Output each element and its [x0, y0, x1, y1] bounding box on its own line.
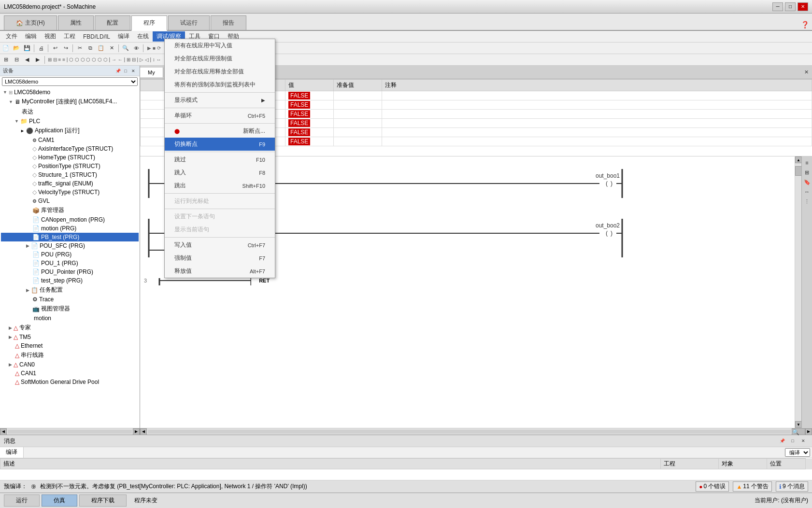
ctx-display-mode[interactable]: 显示模式 ▶ [165, 94, 275, 107]
tree-softmotion[interactable]: △ SoftMotion General Drive Pool [1, 378, 139, 386]
run-button[interactable]: 运行 [4, 494, 40, 507]
scroll-left-center[interactable]: ◀ [140, 428, 147, 435]
msgpanel-close[interactable]: ✕ [798, 437, 808, 445]
menu-file[interactable]: 文件 [2, 31, 21, 42]
tab-home[interactable]: 🏠 主页(H) [4, 15, 57, 30]
pin-btn[interactable]: 📌 [114, 68, 121, 74]
scroll-thumb[interactable] [795, 166, 802, 176]
tree-teststep[interactable]: 📄 test_step (PRG) [1, 276, 139, 285]
tree-trace[interactable]: ⚙ Trace [1, 295, 139, 304]
tree-lmc058demo[interactable]: ▼ ⊞ LMC058demo [1, 88, 139, 97]
float-btn[interactable]: □ [122, 68, 129, 74]
tb2-btn3[interactable]: ◀ [22, 56, 32, 64]
ctx-add-watch[interactable]: 将所有的强制添加到监视列表中 [165, 78, 275, 91]
tree-pou1[interactable]: 📄 POU_1 (PRG) [1, 259, 139, 268]
tab-report[interactable]: 报告 [211, 15, 246, 30]
print-btn[interactable]: 🖨 [36, 44, 46, 53]
tree-poupointer[interactable]: 📄 POU_Pointer (PRG) [1, 268, 139, 276]
tree-viewmanager[interactable]: 📺 视图管理器 [1, 304, 139, 314]
icon-bookmark[interactable]: 🔖 [803, 178, 812, 186]
tree-gvl[interactable]: ⚙ GVL [1, 197, 139, 205]
tree-libmanager[interactable]: 📦 库管理器 [1, 205, 139, 215]
tree-can0[interactable]: ▶ △ CAN0 [1, 360, 139, 369]
tree-application[interactable]: ► ⚫ Application [运行] [1, 126, 139, 136]
tab-config[interactable]: 配置 [95, 15, 130, 30]
msgpanel-pin[interactable]: 📌 [777, 437, 787, 445]
open-btn[interactable]: 📂 [12, 44, 21, 53]
tree-motion[interactable]: 📄 motion (PRG) [1, 224, 139, 233]
center-tab-my[interactable]: My [140, 68, 163, 77]
ctx-new-breakpoint[interactable]: ⬤ 新断点... [165, 125, 275, 138]
tab-properties[interactable]: 属性 [58, 15, 94, 30]
new-btn[interactable]: 📄 [1, 44, 11, 53]
close-button[interactable]: ✕ [798, 2, 808, 11]
redo-btn[interactable]: ↪ [61, 44, 71, 53]
tab-program[interactable]: 程序 [131, 15, 167, 31]
menu-fbdldil[interactable]: FBD/LD/IL [79, 32, 114, 41]
ctx-release-all[interactable]: 对全部在线应用释放全部值 [165, 65, 275, 78]
msgpanel-float[interactable]: □ [788, 437, 798, 445]
ctx-release-value[interactable]: 释放值 Alt+F7 [165, 265, 275, 278]
tree-pbtest[interactable]: 📄 PB_test (PRG) [1, 233, 139, 241]
h-scrollbar-center[interactable]: ◀ 🔍 ▶ [140, 428, 812, 435]
tb2-btn1[interactable]: ⊞ [1, 56, 11, 64]
tree-mycontroller[interactable]: ▼ 🖥 MyController [连接的] (LMC058LF4... [1, 97, 139, 107]
close-center-btn[interactable]: ✕ [801, 68, 811, 77]
scroll-down-btn[interactable]: ▼ [795, 421, 802, 428]
tree-expert[interactable]: ▶ △ 专家 [1, 323, 139, 333]
scroll-up-btn[interactable]: ▲ [795, 156, 802, 163]
icon-more[interactable]: ⋮ [803, 197, 812, 206]
tree-velocitytype[interactable]: ◇ VelocityType (STRUCT) [1, 188, 139, 197]
tree-canopen[interactable]: 📄 CANopen_motion (PRG) [1, 215, 139, 224]
icon-expand[interactable]: ↔ [803, 187, 812, 196]
icon-sort[interactable]: ≡ [803, 158, 812, 167]
find-btn[interactable]: 🔍 [121, 44, 130, 53]
tree-can1[interactable]: △ CAN1 [1, 369, 139, 378]
delete-btn[interactable]: ✕ [107, 44, 116, 53]
tree-axisinterface[interactable]: ◇ AxisInterfaceType (STRUCT) [1, 144, 139, 153]
tree-hometype[interactable]: ◇ HomeType (STRUCT) [1, 153, 139, 162]
scroll-zoom-btn[interactable]: 🔍 [792, 428, 805, 435]
scroll-right-center[interactable]: ▶ [805, 428, 812, 435]
tree-pousfc[interactable]: ▶ 📄 POU_SFC (PRG) [1, 241, 139, 250]
tree-motion2[interactable]: motion [1, 314, 139, 323]
save-btn[interactable]: 💾 [22, 44, 32, 53]
tree-biaoze[interactable]: 表达 [1, 107, 139, 117]
icon-filter[interactable]: ⊞ [803, 168, 812, 177]
tree-cam1[interactable]: ⚙ CAM1 [1, 136, 139, 144]
menu-project[interactable]: 工程 [60, 31, 79, 42]
cut-btn[interactable]: ✂ [75, 44, 85, 53]
compile-dropdown[interactable]: 编译 [785, 448, 810, 457]
download-button[interactable]: 程序下载 [79, 494, 127, 507]
ctx-force-value[interactable]: 强制值 F7 [165, 252, 275, 265]
ctx-toggle-breakpoint[interactable]: 切换断点 F9 [165, 138, 275, 151]
scroll-right-btn[interactable]: ▶ [133, 428, 140, 435]
copy-btn[interactable]: ⧉ [85, 44, 95, 53]
simulation-button[interactable]: 仿真 [42, 494, 77, 507]
device-dropdown[interactable]: LMC058demo [2, 77, 138, 86]
watch-btn[interactable]: 👁 [131, 44, 141, 53]
msg-tab-compile[interactable]: 编译 [0, 447, 24, 458]
tb2-btn2[interactable]: ⊟ [12, 56, 21, 64]
ctx-step-over[interactable]: 跳过 F10 [165, 153, 275, 166]
minimize-button[interactable]: ─ [772, 2, 783, 11]
tree-serial[interactable]: △ 串行线路 [1, 350, 139, 360]
ctx-write-all[interactable]: 所有在线应用中写入值 [165, 39, 275, 52]
tree-ethernet[interactable]: △ Ethernet [1, 341, 139, 350]
h-scrollbar-left[interactable]: ◀ ▶ [0, 428, 140, 435]
tree-plc[interactable]: ▼ 📁 PLC [1, 117, 139, 126]
tree-structure1[interactable]: ◇ Structure_1 (STRUCT) [1, 170, 139, 179]
menu-edit[interactable]: 编辑 [21, 31, 41, 42]
tree-tm5[interactable]: ▶ △ TM5 [1, 333, 139, 341]
ctx-force-all[interactable]: 对全部在线应用强制值 [165, 52, 275, 65]
paste-btn[interactable]: 📋 [96, 44, 106, 53]
scroll-left-btn[interactable]: ◀ [0, 428, 7, 435]
tree-taskconfig[interactable]: ▶ 📋 任务配置 [1, 285, 139, 295]
maximize-button[interactable]: □ [785, 2, 796, 11]
v-scrollbar[interactable]: ▲ ▼ [795, 156, 801, 428]
ctx-step-in[interactable]: 跳入 F8 [165, 166, 275, 179]
tree-positiontype[interactable]: ◇ PositionType (STRUCT) [1, 162, 139, 170]
ctx-write-value[interactable]: 写入值 Ctrl+F7 [165, 239, 275, 252]
tree-trafficsignal[interactable]: ◇ traffic_signal (ENUM) [1, 179, 139, 188]
ctx-step-out[interactable]: 跳出 Shift+F10 [165, 179, 275, 192]
